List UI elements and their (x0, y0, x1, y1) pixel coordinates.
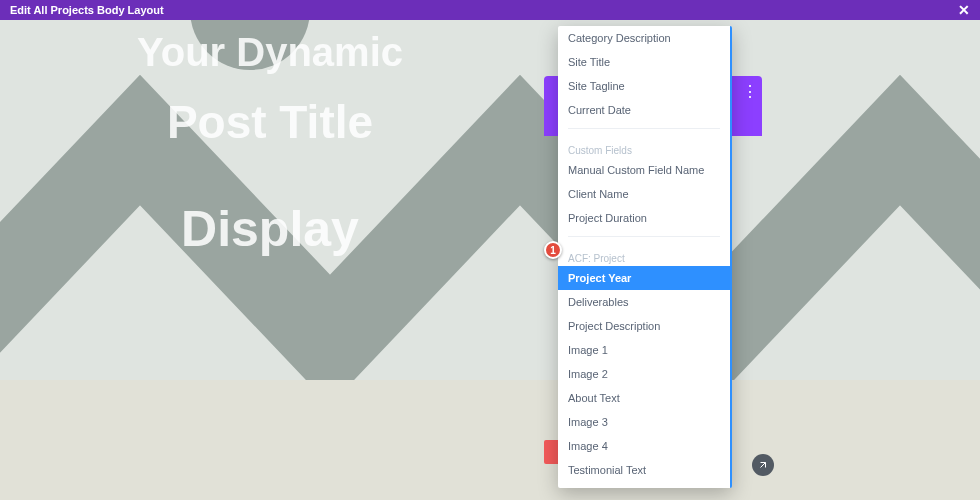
dropdown-item[interactable]: Project Description (558, 314, 730, 338)
dropdown-item[interactable]: Image 4 (558, 434, 730, 458)
dropdown-item[interactable]: Testimonial Text (558, 458, 730, 482)
dropdown-item[interactable]: Client Name (558, 182, 730, 206)
dropdown-item[interactable]: Site Title (558, 50, 730, 74)
dropdown-item[interactable]: Image 3 (558, 410, 730, 434)
preview-lower-section (0, 380, 980, 500)
dropdown-item[interactable]: Project Duration (558, 206, 730, 230)
dropdown-item[interactable]: About Text (558, 386, 730, 410)
close-icon[interactable]: ✕ (958, 3, 970, 17)
dropdown-item[interactable]: Deliverables (558, 290, 730, 314)
dropdown-item[interactable]: Site Tagline (558, 74, 730, 98)
preview-canvas (0, 20, 980, 380)
dropdown-separator (568, 236, 720, 237)
editor-topbar: Edit All Projects Body Layout ✕ (0, 0, 980, 20)
editor-title: Edit All Projects Body Layout (10, 4, 164, 16)
dropdown-item[interactable]: Current Date (558, 98, 730, 122)
dropdown-item[interactable]: Testimonial Name (558, 482, 730, 488)
annotation-badge-1: 1 (544, 241, 562, 259)
dynamic-content-dropdown[interactable]: Category DescriptionSite TitleSite Tagli… (558, 26, 732, 488)
dropdown-item[interactable]: Project Year (558, 266, 730, 290)
dropdown-item[interactable]: Category Description (558, 26, 730, 50)
placeholder-image-icon (0, 20, 980, 380)
resize-handle-icon[interactable] (752, 454, 774, 476)
settings-panel-tab (544, 120, 558, 134)
dropdown-group-label: Custom Fields (558, 135, 730, 158)
dropdown-separator (568, 128, 720, 129)
dropdown-item[interactable]: Image 2 (558, 362, 730, 386)
dropdown-item[interactable]: Manual Custom Field Name (558, 158, 730, 182)
panel-menu-icon[interactable]: ⋮ (742, 82, 758, 101)
dropdown-item[interactable]: Image 1 (558, 338, 730, 362)
dropdown-group-label: ACF: Project (558, 243, 730, 266)
